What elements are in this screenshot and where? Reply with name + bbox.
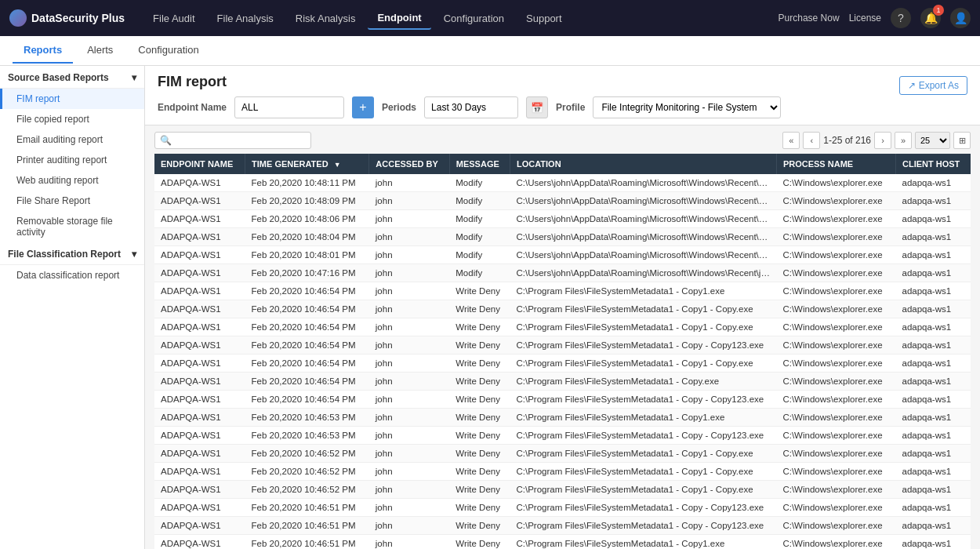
help-icon[interactable]: ?: [891, 8, 911, 28]
export-as-button[interactable]: ↗ Export As: [899, 76, 967, 95]
cell-endpoint: ADAPQA-WS1: [154, 499, 245, 517]
table-row[interactable]: ADAPQA-WS1 Feb 20,2020 10:48:04 PM john …: [154, 228, 971, 246]
cell-user: john: [369, 264, 449, 282]
search-box[interactable]: 🔍: [154, 132, 311, 149]
endpoint-name-label: Endpoint Name: [158, 102, 227, 113]
notification-icon[interactable]: 🔔 1: [920, 8, 941, 28]
table-row[interactable]: ADAPQA-WS1 Feb 20,2020 10:46:54 PM john …: [154, 300, 971, 318]
tab-reports[interactable]: Reports: [13, 38, 73, 64]
cell-location: C:\Users\john\AppData\Roaming\Microsoft\…: [510, 192, 776, 210]
sidebar-item-printer-auditing[interactable]: Printer auditing report: [0, 150, 144, 170]
nav-file-analysis[interactable]: File Analysis: [208, 8, 283, 29]
export-icon: ↗: [908, 80, 916, 91]
col-message[interactable]: MESSAGE: [449, 154, 510, 174]
sidebar-section-file-classification[interactable]: File Classification Report ▾: [0, 242, 144, 265]
cell-process: C:\Windows\explorer.exe: [776, 192, 895, 210]
table-row[interactable]: ADAPQA-WS1 Feb 20,2020 10:46:51 PM john …: [154, 535, 971, 550]
notif-count: 1: [933, 5, 944, 16]
license-link[interactable]: License: [849, 13, 881, 24]
periods-input[interactable]: [424, 96, 518, 118]
sidebar-item-file-copied[interactable]: File copied report: [0, 109, 144, 129]
table-row[interactable]: ADAPQA-WS1 Feb 20,2020 10:46:54 PM john …: [154, 318, 971, 336]
col-process-name[interactable]: PROCESS NAME: [776, 154, 895, 174]
cell-client: adapqa-ws1: [896, 409, 971, 427]
sidebar-section-source-label: Source Based Reports: [8, 72, 109, 83]
page-size-select[interactable]: 25 50 100: [915, 132, 950, 149]
next-page-button[interactable]: ›: [874, 132, 891, 149]
cell-endpoint: ADAPQA-WS1: [154, 445, 245, 463]
sidebar-item-email-auditing[interactable]: Email auditing report: [0, 129, 144, 150]
cell-location: C:\Program Files\FileSystemMetadata1 - C…: [510, 300, 776, 318]
brand-logo[interactable]: DataSecurity Plus: [9, 9, 125, 27]
nav-file-audit[interactable]: File Audit: [143, 8, 204, 29]
table-row[interactable]: ADAPQA-WS1 Feb 20,2020 10:46:54 PM john …: [154, 282, 971, 300]
cell-process: C:\Windows\explorer.exe: [776, 517, 895, 535]
cell-user: john: [369, 391, 449, 409]
cell-endpoint: ADAPQA-WS1: [154, 391, 245, 409]
cell-endpoint: ADAPQA-WS1: [154, 318, 245, 336]
table-row[interactable]: ADAPQA-WS1 Feb 20,2020 10:46:54 PM john …: [154, 354, 971, 373]
first-page-button[interactable]: «: [782, 132, 800, 149]
table-row[interactable]: ADAPQA-WS1 Feb 20,2020 10:48:06 PM john …: [154, 210, 971, 228]
columns-button[interactable]: ⊞: [953, 132, 971, 149]
table-row[interactable]: ADAPQA-WS1 Feb 20,2020 10:46:51 PM john …: [154, 517, 971, 535]
table-row[interactable]: ADAPQA-WS1 Feb 20,2020 10:46:53 PM john …: [154, 409, 971, 427]
nav-configuration[interactable]: Configuration: [434, 8, 514, 29]
cell-client: adapqa-ws1: [896, 282, 971, 300]
nav-support[interactable]: Support: [517, 8, 572, 29]
cell-user: john: [369, 517, 449, 535]
tab-alerts[interactable]: Alerts: [76, 38, 124, 64]
col-client-host[interactable]: CLIENT HOST: [896, 154, 971, 174]
profile-select[interactable]: File Integrity Monitoring - File System: [593, 96, 781, 118]
table-row[interactable]: ADAPQA-WS1 Feb 20,2020 10:48:11 PM john …: [154, 174, 971, 192]
sidebar-item-data-classification[interactable]: Data classification report: [0, 265, 144, 285]
table-row[interactable]: ADAPQA-WS1 Feb 20,2020 10:46:52 PM john …: [154, 463, 971, 481]
table-row[interactable]: ADAPQA-WS1 Feb 20,2020 10:46:54 PM john …: [154, 391, 971, 409]
sidebar-section-source-based[interactable]: Source Based Reports ▾: [0, 66, 144, 89]
table-row[interactable]: ADAPQA-WS1 Feb 20,2020 10:46:52 PM john …: [154, 481, 971, 499]
col-location[interactable]: LOCATION: [510, 154, 776, 174]
cell-location: C:\Program Files\FileSystemMetadata1 - C…: [510, 318, 776, 336]
cell-client: adapqa-ws1: [896, 210, 971, 228]
endpoint-name-input[interactable]: [234, 96, 344, 118]
cell-message: Write Deny: [449, 535, 510, 550]
prev-page-button[interactable]: ‹: [803, 132, 820, 149]
tab-configuration[interactable]: Configuration: [127, 38, 209, 64]
cell-client: adapqa-ws1: [896, 463, 971, 481]
cell-process: C:\Windows\explorer.exe: [776, 391, 895, 409]
nav-endpoint[interactable]: Endpoint: [368, 7, 430, 30]
cell-message: Write Deny: [449, 463, 510, 481]
user-avatar[interactable]: 👤: [950, 8, 971, 28]
last-page-button[interactable]: »: [895, 132, 912, 149]
cell-endpoint: ADAPQA-WS1: [154, 192, 245, 210]
table-row[interactable]: ADAPQA-WS1 Feb 20,2020 10:48:09 PM john …: [154, 192, 971, 210]
sub-nav: Reports Alerts Configuration: [0, 36, 980, 66]
col-time-generated[interactable]: TIME GENERATED ▼: [245, 154, 369, 174]
col-accessed-by[interactable]: ACCESSED BY: [369, 154, 449, 174]
cell-process: C:\Windows\explorer.exe: [776, 282, 895, 300]
cell-client: adapqa-ws1: [896, 228, 971, 246]
table-row[interactable]: ADAPQA-WS1 Feb 20,2020 10:46:52 PM john …: [154, 445, 971, 463]
table-row[interactable]: ADAPQA-WS1 Feb 20,2020 10:46:54 PM john …: [154, 336, 971, 354]
cell-message: Write Deny: [449, 300, 510, 318]
nav-risk-analysis[interactable]: Risk Analysis: [286, 8, 365, 29]
cell-time: Feb 20,2020 10:46:52 PM: [245, 463, 369, 481]
search-input[interactable]: [175, 135, 306, 146]
table-row[interactable]: ADAPQA-WS1 Feb 20,2020 10:46:51 PM john …: [154, 499, 971, 517]
cell-process: C:\Windows\explorer.exe: [776, 336, 895, 354]
table-row[interactable]: ADAPQA-WS1 Feb 20,2020 10:48:01 PM john …: [154, 246, 971, 264]
add-endpoint-button[interactable]: +: [352, 96, 374, 118]
table-row[interactable]: ADAPQA-WS1 Feb 20,2020 10:46:54 PM john …: [154, 373, 971, 391]
sidebar-item-web-auditing[interactable]: Web auditing report: [0, 170, 144, 191]
calendar-button[interactable]: 📅: [526, 96, 548, 118]
sidebar-item-file-share[interactable]: File Share Report: [0, 191, 144, 211]
purchase-now-link[interactable]: Purchase Now: [779, 13, 840, 24]
cell-location: C:\Users\john\AppData\Roaming\Microsoft\…: [510, 228, 776, 246]
col-endpoint-name[interactable]: ENDPOINT NAME: [154, 154, 245, 174]
cell-message: Modify: [449, 210, 510, 228]
table-row[interactable]: ADAPQA-WS1 Feb 20,2020 10:46:53 PM john …: [154, 427, 971, 445]
table-row[interactable]: ADAPQA-WS1 Feb 20,2020 10:47:16 PM john …: [154, 264, 971, 282]
sidebar-item-fim-report[interactable]: FIM report: [0, 89, 144, 109]
cell-client: adapqa-ws1: [896, 391, 971, 409]
sidebar-item-removable-storage[interactable]: Removable storage file activity: [0, 211, 144, 242]
